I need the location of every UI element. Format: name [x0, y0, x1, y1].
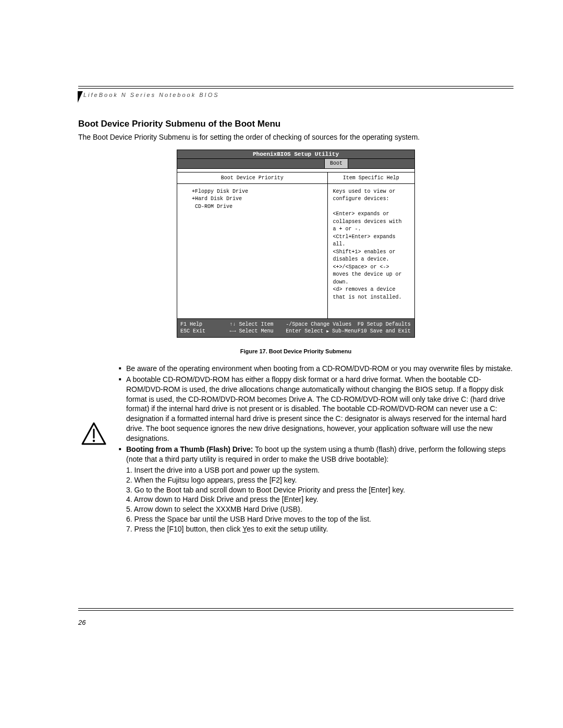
running-head: LifeBook N Series Notebook BIOS — [83, 92, 513, 98]
bios-key-help: F1 Help — [180, 321, 230, 328]
bios-key-change-values: -/Space Change Values — [286, 321, 358, 328]
bios-help-text: Keys used to view or configure devices: … — [328, 184, 414, 318]
step-item: 5. Arrow down to select the XXXMB Hard D… — [126, 504, 513, 514]
bios-footer: F1 Help ESC Exit ↑↓ Select Item ←→ Selec… — [177, 318, 414, 337]
bullet-bold: Booting from a Thumb (Flash) Drive: — [126, 445, 253, 453]
bottom-rule — [78, 608, 513, 611]
bios-key-exit: ESC Exit — [180, 328, 230, 335]
bios-tab-boot: Boot — [324, 159, 348, 168]
bios-key-defaults: F9 Setup Defaults — [358, 321, 411, 328]
bios-key-submenu: Enter Select Sub-Menu — [286, 328, 358, 335]
bios-title: PhoenixBIOS Setup Utility — [177, 150, 414, 159]
bios-device-list: +Floppy Disk Drive +Hard Disk Drive CD-R… — [177, 184, 327, 318]
warning-icon — [78, 422, 109, 445]
bios-key-save: F10 Save and Exit — [358, 328, 411, 335]
step-item: 3. Go to the Boot tab and scroll down to… — [126, 485, 513, 495]
svg-point-2 — [93, 440, 95, 442]
bullet-item: A bootable CD-ROM/DVD-ROM has either a f… — [119, 375, 513, 443]
bios-spacer — [177, 169, 414, 172]
section-intro: The Boot Device Priority Submenu is for … — [78, 132, 513, 142]
step-item: 1. Insert the drive into a USB port and … — [126, 465, 513, 475]
page-number: 26 — [78, 619, 85, 626]
bios-key-select-menu: ←→ Select Menu — [230, 328, 286, 335]
step-item: 4. Arrow down to Hard Disk Drive and pre… — [126, 495, 513, 504]
figure-caption: Figure 17. Boot Device Priority Submenu — [78, 348, 513, 354]
bios-right-header: Item Specific Help — [328, 172, 414, 184]
bullet-item: Booting from a Thumb (Flash) Drive: To b… — [119, 445, 513, 534]
step-item: 6. Press the Space bar until the USB Har… — [126, 514, 513, 524]
bullet-list: Be aware of the operating environment wh… — [119, 364, 513, 535]
section-title: Boot Device Priority Submenu of the Boot… — [78, 119, 513, 129]
step-item: 7. Press the [F10] button, then click Ye… — [126, 524, 513, 534]
bios-screenshot: PhoenixBIOS Setup Utility Boot Boot Devi… — [177, 150, 415, 338]
top-rule — [78, 86, 513, 89]
bios-key-select-item: ↑↓ Select Item — [230, 321, 286, 328]
bullet-item: Be aware of the operating environment wh… — [119, 364, 513, 374]
bios-menu-bar: Boot — [177, 159, 414, 169]
step-item: 2. When the Fujitsu logo appears, press … — [126, 475, 513, 485]
corner-triangle-icon — [77, 91, 82, 103]
bios-left-header: Boot Device Priority — [177, 172, 327, 184]
